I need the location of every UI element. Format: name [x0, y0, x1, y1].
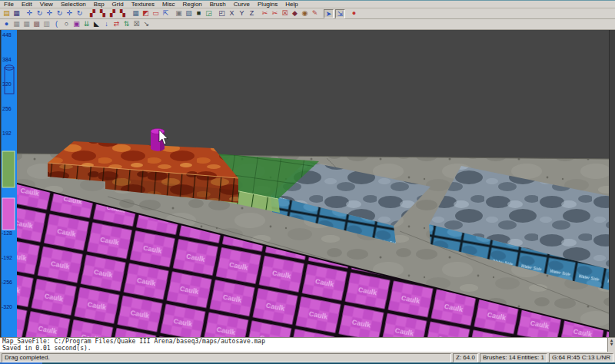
texture-window-icon[interactable]: ▨	[184, 9, 193, 18]
menu-item-help[interactable]: Help	[285, 1, 298, 8]
spray-icon[interactable]: ◉	[301, 9, 309, 18]
complex-brush-1-icon[interactable]: ▞	[88, 9, 97, 18]
rotate-z-icon[interactable]: ↻	[75, 9, 84, 18]
menu-item-file[interactable]: File	[4, 1, 14, 8]
z-label: 384	[2, 57, 12, 62]
viewport-right-edge	[610, 30, 615, 337]
menu-item-grid[interactable]: Grid	[112, 1, 124, 8]
z-label: -320	[2, 304, 12, 309]
paint-icon[interactable]: ✎	[311, 9, 319, 18]
drop-entity-icon[interactable]: ⇊	[82, 20, 91, 28]
complex-brush-4-icon[interactable]: ▚	[118, 9, 127, 18]
view-y-icon[interactable]: Y	[238, 9, 246, 18]
z-ruler-edge	[0, 30, 2, 337]
console-scrollbar[interactable]: ▲▼	[607, 338, 615, 352]
status-message: Drag completed.	[2, 353, 451, 362]
main-area: 448 384 320 256 192 -128 -192 -256 -320	[0, 30, 615, 337]
sphere-icon[interactable]: ●	[2, 20, 11, 28]
maroon-diamond-icon[interactable]: ◆	[291, 9, 299, 18]
clipper-2-icon[interactable]: ✂	[271, 9, 279, 18]
clear-selection-icon[interactable]: ☒	[281, 9, 289, 18]
menu-item-curve[interactable]: Curve	[234, 1, 250, 8]
clipper-1-icon[interactable]: ✂	[261, 9, 269, 18]
console-panel[interactable]: Map_SaveFile: C:/Program Files/Quake III…	[0, 337, 615, 352]
z-selected-brush-green[interactable]	[2, 151, 15, 187]
toolbar-row-1: ▤▦✛↻✛↻✛↻▞▚▞▚▦◩▭⇱▣▨■◲◰XYZ✂✂☒◆◉✎➤⇲●	[0, 8, 615, 19]
view-change-icon[interactable]: ◰	[218, 9, 226, 18]
menu-item-plugins[interactable]: Plugins	[258, 1, 278, 8]
flip-z-icon[interactable]: ✛	[65, 9, 74, 18]
flip-y-icon[interactable]: ✛	[45, 9, 54, 18]
lamp-icon[interactable]: ◣	[92, 20, 101, 28]
console-line: Saved in 0.01 second(s).	[2, 345, 607, 352]
complex-brush-3-icon[interactable]: ▞	[108, 9, 117, 18]
down-arrow-icon[interactable]: ↓	[102, 20, 111, 28]
rotate-y-icon[interactable]: ↻	[55, 9, 64, 18]
open-file-icon[interactable]: ▤	[2, 9, 11, 18]
entity-view-icon[interactable]: ◲	[204, 9, 213, 18]
z-selected-brush-pink[interactable]	[2, 198, 15, 230]
grid-view-icon[interactable]: ▦	[131, 9, 140, 18]
z-label: -128	[2, 230, 12, 236]
texture-grid-2-icon[interactable]: ▦	[22, 20, 31, 28]
texture-grid-1-icon[interactable]: ▦	[12, 20, 21, 28]
texture-grid-3-icon[interactable]: ▩	[32, 20, 41, 28]
view-z-icon[interactable]: Z	[248, 9, 256, 18]
menu-item-view[interactable]: View	[40, 1, 53, 8]
entity-color-icon[interactable]: ◩	[141, 9, 150, 18]
select-touching-icon[interactable]: ➤	[324, 9, 334, 18]
selection-arrows-icon[interactable]: ⇱	[161, 9, 170, 18]
flip-h-icon[interactable]: ⇄	[112, 20, 121, 28]
texture-fit-icon[interactable]: ▥	[42, 20, 51, 28]
menu-item-bsp[interactable]: Bsp	[94, 1, 105, 8]
menu-bar: FileEditViewSelectionBspGridTexturesMisc…	[0, 1, 615, 8]
dont-select-icon[interactable]: ●	[350, 9, 358, 18]
z-label: 256	[2, 106, 12, 111]
menu-item-region[interactable]: Region	[182, 1, 201, 8]
console-line: Map_SaveFile: C:/Program Files/Quake III…	[2, 338, 607, 345]
z-label: -256	[2, 280, 12, 285]
toolbar-row-2: ●▦▦▩▥(○▣⇊◣↓⇄⇅☒↘	[0, 19, 615, 30]
flip-x-icon[interactable]: ✛	[25, 9, 34, 18]
region-icon[interactable]: ▭	[151, 9, 160, 18]
z-label: 192	[2, 131, 12, 136]
menu-item-edit[interactable]: Edit	[22, 1, 32, 8]
box-x-icon[interactable]: ☒	[132, 20, 141, 28]
status-bar: Drag completed. Z: 64.0 Brushes: 14 Enti…	[0, 352, 615, 362]
shaded-view-icon[interactable]: ■	[194, 9, 203, 18]
curve-cap-icon[interactable]: ▣	[72, 20, 81, 28]
curve-patch-icon[interactable]: (	[52, 20, 61, 28]
free-move-icon[interactable]: ↘	[142, 20, 151, 28]
menu-item-misc[interactable]: Misc	[162, 1, 175, 8]
select-inside-icon[interactable]: ⇲	[335, 9, 345, 18]
view-x-icon[interactable]: X	[228, 9, 236, 18]
curve-circle-icon[interactable]: ○	[62, 20, 71, 28]
z-axis-ruler[interactable]: 448 384 320 256 192 -128 -192 -256 -320	[0, 30, 17, 337]
status-grid-info: G:64 R:45 C:13 L/NR	[549, 353, 613, 362]
menu-item-selection[interactable]: Selection	[61, 1, 86, 8]
menu-item-textures[interactable]: Textures	[131, 1, 155, 8]
z-label: -192	[2, 255, 12, 260]
flip-v-icon[interactable]: ⇅	[122, 20, 131, 28]
z-label: 448	[2, 32, 12, 38]
z-label: 320	[2, 81, 12, 87]
save-file-icon[interactable]: ▦	[12, 9, 21, 18]
camera-viewport[interactable]: Caulk Water Side	[17, 30, 615, 337]
status-counts: Brushes: 14 Entities: 1	[480, 353, 547, 362]
menu-item-brush[interactable]: Brush	[210, 1, 226, 8]
wireframe-icon[interactable]: ▣	[175, 9, 183, 18]
radiant-editor-window: FileEditViewSelectionBspGridTexturesMisc…	[0, 0, 615, 364]
rotate-x-icon[interactable]: ↻	[35, 9, 44, 18]
status-z-value: Z: 64.0	[453, 353, 478, 362]
complex-brush-2-icon[interactable]: ▚	[98, 9, 107, 18]
